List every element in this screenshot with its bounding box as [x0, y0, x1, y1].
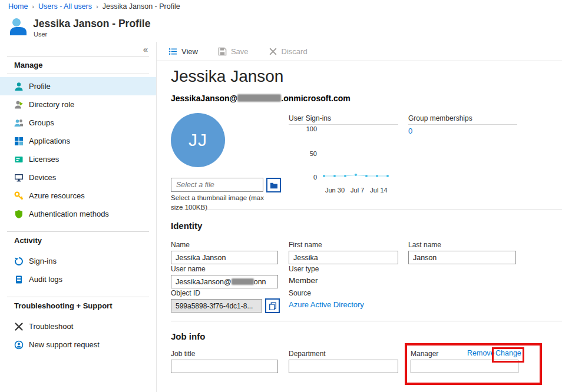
group-memberships-count-link[interactable]: 0	[408, 127, 412, 135]
first-name-input[interactable]	[289, 251, 398, 264]
folder-icon	[270, 182, 278, 189]
save-button-label: Save	[231, 47, 249, 56]
redaction-blur	[232, 278, 254, 285]
sidebar-item-label: Azure resources	[29, 191, 85, 200]
sidebar-item-label: Audit logs	[29, 275, 62, 284]
sidebar-item-label: Groups	[29, 118, 54, 127]
sidebar-section-activity: Activity	[0, 232, 156, 249]
object-id-input[interactable]	[171, 299, 262, 313]
breadcrumb-users-all-users[interactable]: Users - All users	[38, 2, 92, 11]
job-title-label: Job title	[171, 350, 195, 358]
signins-card-title: User Sign-ins	[289, 114, 331, 122]
sidebar-item-audit-logs[interactable]: Audit logs	[0, 270, 156, 288]
name-input[interactable]	[171, 251, 278, 264]
x-axis-tick: Jul 7	[351, 187, 364, 194]
save-button[interactable]: Save	[218, 47, 249, 56]
source-label: Source	[289, 289, 311, 297]
azure-resources-key-icon	[14, 191, 24, 201]
sidebar-item-azure-resources[interactable]: Azure resources	[0, 187, 156, 205]
person-icon	[14, 82, 24, 91]
y-axis-tick: 0	[297, 174, 317, 181]
x-axis-tick: Jul 14	[370, 187, 387, 194]
troubleshoot-icon	[14, 322, 24, 331]
breadcrumb: Home › Users - All users › Jessika Janso…	[8, 0, 180, 13]
divider	[408, 124, 517, 125]
devices-monitor-icon	[14, 173, 24, 182]
discard-x-icon	[269, 47, 277, 56]
job-info-heading: Job info	[171, 331, 205, 341]
sidebar: « Manage Profile Directory role Groups A…	[0, 42, 157, 392]
source-value-link[interactable]: Azure Active Directory	[289, 300, 364, 309]
sidebar-item-applications[interactable]: Applications	[0, 132, 156, 150]
job-title-input[interactable]	[171, 360, 278, 373]
redaction-blur	[237, 94, 281, 102]
manager-remove-link[interactable]: Remove	[467, 349, 495, 357]
discard-button-label: Discard	[282, 47, 308, 56]
avatar: JJ	[171, 113, 225, 167]
department-input[interactable]	[289, 360, 398, 373]
audit-logs-icon	[14, 275, 24, 284]
directory-role-icon	[14, 100, 24, 109]
x-axis-tick: Jun 30	[325, 187, 345, 194]
view-button[interactable]: View	[168, 47, 198, 56]
section-divider	[171, 321, 562, 321]
divider	[289, 124, 398, 125]
discard-button[interactable]: Discard	[269, 47, 308, 56]
sidebar-item-troubleshoot[interactable]: Troubleshoot	[0, 317, 156, 335]
email-suffix: .onmicrosoft.com	[281, 94, 350, 103]
breadcrumb-current: Jessika Janson - Profile	[103, 2, 180, 11]
department-label: Department	[289, 350, 326, 358]
page-subtitle: User	[34, 31, 47, 38]
page-title: Jessika Janson - Profile	[33, 18, 150, 30]
sidebar-item-devices[interactable]: Devices	[0, 168, 156, 187]
select-file-input[interactable]: Select a file	[171, 178, 263, 192]
sidebar-item-profile[interactable]: Profile	[0, 77, 156, 95]
view-button-label: View	[181, 47, 198, 56]
sidebar-item-label: Sign-ins	[29, 257, 57, 265]
user-name-prefix: JessikaJanson@	[176, 278, 232, 286]
y-axis-tick: 50	[297, 150, 317, 157]
browse-file-button[interactable]	[266, 178, 281, 192]
licenses-icon	[14, 155, 24, 164]
signins-sparkline-chart	[322, 129, 391, 182]
sidebar-item-authentication-methods[interactable]: Authentication methods	[0, 205, 156, 223]
authentication-methods-shield-icon	[14, 210, 24, 219]
copy-icon	[269, 302, 277, 310]
sidebar-item-label: Troubleshoot	[29, 322, 73, 331]
sidebar-item-directory-role[interactable]: Directory role	[0, 95, 156, 114]
last-name-input[interactable]	[408, 251, 516, 264]
sign-ins-icon	[14, 257, 24, 266]
last-name-label: Last name	[408, 241, 441, 249]
copy-object-id-button[interactable]	[265, 298, 280, 313]
list-view-icon	[168, 47, 177, 56]
manager-input[interactable]	[411, 360, 518, 373]
collapse-sidebar-icon[interactable]: «	[143, 45, 148, 54]
avatar-initials: JJ	[189, 130, 207, 150]
sidebar-item-label: Authentication methods	[29, 210, 109, 218]
name-label: Name	[171, 241, 190, 249]
breadcrumb-home[interactable]: Home	[8, 2, 28, 11]
sidebar-section-troubleshooting: Troubleshooting + Support	[0, 297, 156, 314]
save-floppy-icon	[218, 47, 227, 56]
manager-change-link[interactable]: Change	[495, 349, 521, 357]
sidebar-item-new-support-request[interactable]: New support request	[0, 335, 156, 354]
object-id-label: Object ID	[171, 289, 200, 297]
sidebar-item-label: Profile	[29, 82, 51, 91]
identity-heading: Identity	[171, 221, 202, 231]
sidebar-item-licenses[interactable]: Licenses	[0, 150, 156, 168]
email-prefix: JessikaJanson@	[171, 94, 237, 103]
sidebar-item-sign-ins[interactable]: Sign-ins	[0, 252, 156, 270]
command-bar: View Save Discard	[157, 42, 562, 61]
groups-icon	[14, 118, 24, 128]
user-type-value: Member	[289, 276, 318, 285]
group-memberships-title: Group memberships	[408, 114, 472, 122]
support-request-icon	[14, 340, 24, 350]
sidebar-item-groups[interactable]: Groups	[0, 114, 156, 132]
section-divider	[171, 210, 562, 210]
user-name-input[interactable]: JessikaJanson@onn	[171, 275, 278, 288]
user-type-label: User type	[289, 265, 319, 273]
sidebar-item-label: New support request	[29, 340, 100, 349]
chevron-right-icon: ›	[32, 3, 34, 10]
user-name-suffix: onn	[254, 278, 266, 286]
sidebar-section-manage: Manage	[0, 57, 156, 74]
